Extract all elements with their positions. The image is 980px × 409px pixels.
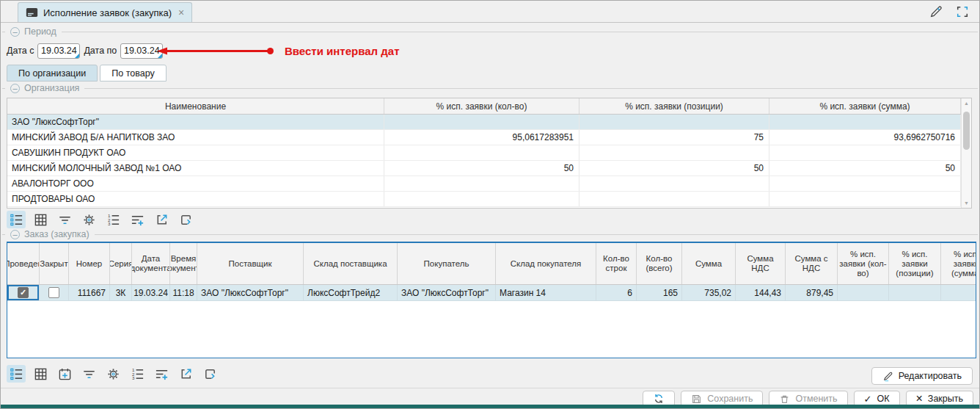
zakryt-cell[interactable] <box>40 285 69 300</box>
filter-icon <box>58 213 72 227</box>
rows-count-cell: 6 <box>596 285 637 300</box>
column-header-pct-sum[interactable]: % исп. заявки (сумма) <box>769 98 961 114</box>
export-button[interactable] <box>152 211 171 228</box>
order-group-header: – Заказ (закупка) <box>2 228 978 240</box>
column-header-pct-qty[interactable]: % исп. заявки (кол-во) <box>384 98 579 114</box>
org-pos-cell: 50 <box>579 161 769 175</box>
settings-button[interactable] <box>103 365 122 383</box>
add-row-button[interactable] <box>152 365 171 383</box>
table-row[interactable]: МИНСКИЙ ЗАВОД Б/А НАПИТКОВ ЗАО 95,061728… <box>7 130 971 145</box>
column-header[interactable]: Покупатель <box>398 243 496 284</box>
column-header[interactable]: Закрыт <box>40 243 69 284</box>
doc-date-cell: 19.03.24 <box>132 285 170 300</box>
org-name-cell: САВУШКИН ПРОДУКТ ОАО <box>7 145 384 160</box>
date-to-label: Дата по <box>84 46 117 56</box>
proveden-cell[interactable]: ✓ <box>7 285 40 300</box>
fullscreen-icon[interactable] <box>956 5 969 18</box>
table-row[interactable]: ✓ 111667 3К 19.03.24 11:18 ЗАО "ЛюксСофт… <box>7 285 976 301</box>
filter-button[interactable] <box>55 211 74 228</box>
column-header-pct-pos[interactable]: % исп. заявки (позиции) <box>579 98 769 114</box>
calendar-button[interactable] <box>55 365 74 383</box>
column-header[interactable]: Дата документа <box>132 243 170 284</box>
list-view-icon <box>10 213 23 227</box>
status-strip <box>1 405 979 408</box>
export-button[interactable] <box>176 365 195 383</box>
number-cell: 111667 <box>69 285 110 300</box>
collapse-icon[interactable]: – <box>10 230 20 239</box>
column-header[interactable]: Склад поставщика <box>304 243 398 284</box>
checkbox-unchecked[interactable] <box>48 287 59 298</box>
supplier-cell: ЗАО "ЛюксСофтТорг" <box>197 285 304 300</box>
list-view-button[interactable] <box>7 365 26 383</box>
column-header[interactable]: Кол-во (всего) <box>637 243 682 284</box>
column-header[interactable]: Проведен <box>7 243 40 284</box>
edit-button[interactable]: Редактировать <box>871 367 973 385</box>
grid-view-button[interactable] <box>31 211 50 228</box>
scroll-up-icon[interactable]: ▲ <box>962 101 971 106</box>
settings-button[interactable] <box>79 211 98 228</box>
grid-view-icon <box>34 213 48 227</box>
edit-button-label: Редактировать <box>899 371 962 381</box>
column-header[interactable]: % исп. заявки (сумма) <box>941 243 976 284</box>
order-group-label: Заказ (закупка) <box>23 229 95 239</box>
numbered-list-icon: 123 <box>131 367 145 381</box>
organization-toolbar: 123 <box>7 211 195 228</box>
organization-table: Наименование % исп. заявки (кол-во) % ис… <box>7 98 972 209</box>
numbered-list-button[interactable]: 123 <box>128 365 147 383</box>
table-row[interactable]: ПРОДТОВАРЫ ОАО <box>7 192 971 207</box>
column-header[interactable]: Сумма <box>682 243 736 284</box>
org-sum-cell: 93,6962750716 <box>769 130 961 145</box>
sum-cell: 735,02 <box>682 285 736 300</box>
svg-text:3: 3 <box>131 375 134 380</box>
date-from-input[interactable] <box>37 43 80 59</box>
tab-by-product[interactable]: По товару <box>100 65 166 82</box>
edit-pencil-icon[interactable] <box>929 4 943 19</box>
tab-by-organization[interactable]: По организации <box>7 65 98 82</box>
column-header[interactable]: Сумма с НДС <box>786 243 838 284</box>
filter-button[interactable] <box>79 365 98 383</box>
buyer-warehouse-cell: Магазин 14 <box>496 285 596 300</box>
column-header[interactable]: Кол-во строк <box>596 243 637 284</box>
grid-view-button[interactable] <box>31 365 50 383</box>
org-sum-cell <box>769 145 961 160</box>
supplier-warehouse-cell: ЛюксСофтТрейд2 <box>304 285 398 300</box>
reload-button[interactable] <box>200 365 219 383</box>
org-name-cell: МИНСКИЙ МОЛОЧНЫЙ ЗАВОД №1 ОАО <box>7 161 384 175</box>
ok-button-label: ОК <box>877 394 889 404</box>
column-header[interactable]: % исп. заявки (позиции) <box>889 243 941 284</box>
table-row[interactable]: ЗАО "ЛюксСофтТорг" <box>7 115 971 130</box>
table-row[interactable]: МИНСКИЙ МОЛОЧНЫЙ ЗАВОД №1 ОАО 50 50 50 <box>7 161 971 176</box>
column-header[interactable]: Поставщик <box>197 243 304 284</box>
close-button-label: Закрыть <box>928 394 963 404</box>
checkbox-checked[interactable]: ✓ <box>18 287 29 298</box>
document-window-icon <box>26 7 38 18</box>
document-tab[interactable]: Исполнение заявок (закупка) × <box>18 2 192 22</box>
reload-button[interactable] <box>176 211 195 228</box>
filter-icon <box>82 367 96 381</box>
column-header[interactable]: Время документа <box>170 243 197 284</box>
save-icon <box>691 394 702 405</box>
list-view-button[interactable] <box>7 211 26 228</box>
scroll-down-icon[interactable]: ▼ <box>962 200 971 206</box>
table-row[interactable]: АВАЛОНТОРГ ООО <box>7 176 971 192</box>
column-header[interactable]: Номер <box>69 243 110 284</box>
column-header[interactable]: % исп. заявки (кол-во) <box>838 243 889 284</box>
column-header[interactable]: Серия <box>110 243 132 284</box>
calendar-add-icon <box>58 367 72 381</box>
tab-close-icon[interactable]: × <box>178 7 184 18</box>
column-header[interactable]: Сумма НДС <box>736 243 786 284</box>
collapse-icon[interactable]: – <box>10 84 20 93</box>
vertical-scrollbar[interactable]: ▲ ▼ <box>961 98 971 208</box>
add-row-button[interactable] <box>128 211 147 228</box>
scrollbar-thumb[interactable] <box>963 112 970 150</box>
numbered-list-button[interactable]: 123 <box>103 211 122 228</box>
gear-icon <box>82 213 96 227</box>
column-header-name[interactable]: Наименование <box>7 98 384 114</box>
org-name-cell: ЗАО "ЛюксСофтТорг" <box>7 115 384 129</box>
table-row[interactable]: САВУШКИН ПРОДУКТ ОАО <box>7 145 971 161</box>
svg-text:3: 3 <box>107 221 110 226</box>
collapse-icon[interactable]: – <box>10 27 20 37</box>
date-from-label: Дата с <box>7 46 34 56</box>
sum-with-vat-cell: 879,45 <box>786 285 838 300</box>
column-header[interactable]: Склад покупателя <box>496 243 596 284</box>
